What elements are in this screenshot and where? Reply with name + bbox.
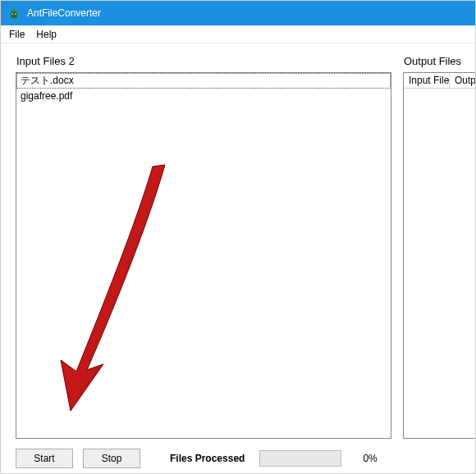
- progress-percent: 0%: [363, 453, 377, 464]
- output-files-label: Output Files: [403, 55, 475, 67]
- progress-bar: [259, 450, 341, 467]
- input-files-label: Input Files 2: [16, 55, 391, 67]
- svg-point-1: [11, 13, 13, 15]
- menu-help[interactable]: Help: [36, 29, 57, 40]
- col-output-file[interactable]: Output File: [450, 73, 475, 88]
- files-processed-label: Files Processed: [170, 453, 245, 464]
- list-item[interactable]: テスト.docx: [16, 73, 391, 89]
- input-panel: Input Files 2 テスト.docx gigafree.pdf: [16, 55, 391, 439]
- menubar: File Help: [1, 25, 475, 43]
- stop-button[interactable]: Stop: [83, 449, 140, 468]
- list-item[interactable]: gigafree.pdf: [16, 89, 391, 104]
- col-input-file[interactable]: Input File: [404, 73, 450, 88]
- output-files-table[interactable]: Input File Output File: [403, 72, 475, 439]
- main-area: Input Files 2 テスト.docx gigafree.pdf Outp…: [1, 43, 475, 439]
- svg-point-2: [15, 13, 16, 15]
- menu-file[interactable]: File: [9, 29, 25, 40]
- start-button[interactable]: Start: [16, 449, 73, 468]
- input-files-listbox[interactable]: テスト.docx gigafree.pdf: [16, 72, 391, 439]
- table-header: Input File Output File: [404, 73, 475, 89]
- app-icon: [7, 7, 21, 20]
- titlebar: AntFileConverter: [1, 1, 475, 25]
- bottom-bar: Start Stop Files Processed 0%: [1, 439, 475, 473]
- window-title: AntFileConverter: [27, 7, 101, 19]
- output-panel: Output Files Input File Output File: [403, 55, 475, 439]
- svg-rect-0: [11, 11, 17, 18]
